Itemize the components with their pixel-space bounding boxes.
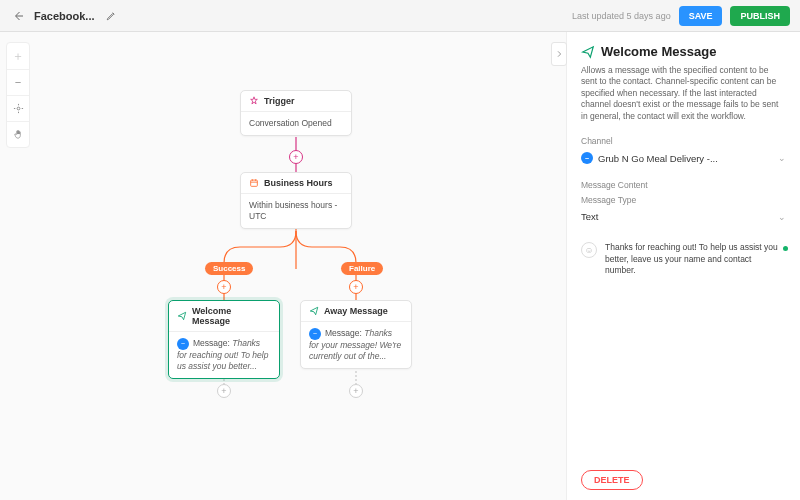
save-button[interactable]: SAVE: [679, 6, 723, 26]
send-icon: [177, 311, 187, 321]
node-body: Conversation Opened: [241, 112, 351, 135]
branch-failure: Failure: [341, 262, 383, 275]
pan-icon[interactable]: [7, 121, 29, 147]
back-icon[interactable]: [10, 8, 26, 24]
node-title: Trigger: [264, 96, 295, 106]
send-icon: [581, 45, 595, 59]
channel-icon: ~: [177, 338, 189, 350]
delete-button[interactable]: DELETE: [581, 470, 643, 490]
branch-success: Success: [205, 262, 253, 275]
inspector-panel: Welcome Message Allows a message with th…: [566, 32, 800, 500]
zoom-out-icon[interactable]: －: [7, 69, 29, 95]
messenger-icon: ~: [581, 152, 593, 164]
message-editor[interactable]: ☺ Thanks for reaching out! To help us as…: [581, 242, 786, 276]
chevron-down-icon: ⌄: [778, 153, 786, 163]
panel-collapse-icon[interactable]: [551, 42, 567, 66]
edit-icon[interactable]: [103, 8, 119, 24]
add-step-button[interactable]: +: [217, 384, 231, 398]
canvas-toolbar: ＋ －: [6, 42, 30, 148]
node-away-message[interactable]: Away Message ~Message: Thanks for your m…: [300, 300, 412, 369]
svg-rect-1: [251, 180, 258, 186]
add-step-button[interactable]: +: [349, 384, 363, 398]
type-label: Message Type: [581, 195, 786, 205]
node-title: Business Hours: [264, 178, 333, 188]
node-title: Away Message: [324, 306, 388, 316]
publish-button[interactable]: PUBLISH: [730, 6, 790, 26]
add-step-button[interactable]: +: [349, 280, 363, 294]
panel-title: Welcome Message: [581, 44, 786, 59]
last-updated: Last updated 5 days ago: [572, 11, 671, 21]
fit-icon[interactable]: [7, 95, 29, 121]
chevron-down-icon: ⌄: [778, 212, 786, 222]
node-title: Welcome Message: [192, 306, 271, 326]
add-step-button[interactable]: +: [289, 150, 303, 164]
node-body: ~Message: Thanks for reaching out! To he…: [169, 332, 279, 378]
top-bar: Facebook... Last updated 5 days ago SAVE…: [0, 0, 800, 32]
node-body: Within business hours - UTC: [241, 194, 351, 228]
node-welcome-message[interactable]: Welcome Message ~Message: Thanks for rea…: [168, 300, 280, 379]
content-label: Message Content: [581, 180, 786, 190]
svg-point-0: [17, 107, 20, 110]
panel-description: Allows a message with the specified cont…: [581, 65, 786, 122]
channel-label: Channel: [581, 136, 786, 146]
message-type-select[interactable]: Text ⌄: [581, 208, 786, 226]
node-trigger[interactable]: Trigger Conversation Opened: [240, 90, 352, 136]
channel-icon: ~: [309, 328, 321, 340]
channel-select[interactable]: ~Grub N Go Meal Delivery -... ⌄: [581, 149, 786, 168]
status-dot: [783, 246, 788, 251]
node-business-hours[interactable]: Business Hours Within business hours - U…: [240, 172, 352, 229]
add-step-button[interactable]: +: [217, 280, 231, 294]
workflow-title: Facebook...: [34, 10, 95, 22]
emoji-icon[interactable]: ☺: [581, 242, 597, 258]
zoom-in-icon[interactable]: ＋: [7, 43, 29, 69]
trigger-icon: [249, 96, 259, 106]
calendar-icon: [249, 178, 259, 188]
node-body: ~Message: Thanks for your message! We're…: [301, 322, 411, 368]
workflow-canvas[interactable]: ＋ － Trigger Conversation Opened + Busine…: [0, 32, 566, 500]
send-icon: [309, 306, 319, 316]
